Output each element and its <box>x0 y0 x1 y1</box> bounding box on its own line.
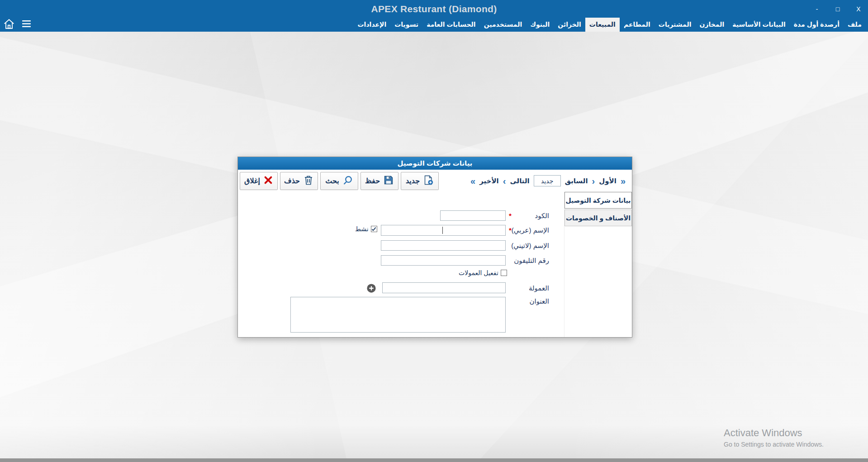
enable-commissions-group: تفعيل العمولات <box>459 269 507 276</box>
close-window-button[interactable]: X <box>854 5 863 13</box>
name-arabic-label: الإسم (عربي) <box>512 225 549 236</box>
commission-label: العمولة <box>529 283 549 294</box>
go-first-icon[interactable]: » <box>621 176 626 186</box>
menu-item-sales[interactable]: المبيعات <box>585 18 620 32</box>
code-input[interactable] <box>440 210 506 221</box>
delete-button-label: حذف <box>284 176 300 185</box>
menu-item-settings[interactable]: الإعدادات <box>354 18 391 32</box>
new-button[interactable]: جديد <box>401 172 439 190</box>
add-commission-icon[interactable] <box>366 283 376 293</box>
record-navigator: « الأخير ‹ التالى السابق › الأول » <box>470 175 630 186</box>
close-button[interactable]: إغلاق <box>240 172 278 190</box>
hamburger-menu-icon[interactable] <box>21 18 32 31</box>
go-next-icon[interactable]: ‹ <box>503 176 506 186</box>
go-last-icon[interactable]: « <box>470 176 475 186</box>
menu-items: ملف أرصدة أول مدة البيانات الأساسية المخ… <box>354 18 868 32</box>
active-checkbox[interactable] <box>371 226 377 232</box>
maximize-button[interactable]: □ <box>833 5 843 13</box>
code-label: الكود <box>535 210 549 221</box>
tab-delivery-company-data[interactable]: بيانات شركة التوصيل <box>564 192 632 209</box>
go-next-label[interactable]: التالى <box>510 177 529 185</box>
address-label: العنوان <box>530 297 549 306</box>
go-previous-label[interactable]: السابق <box>565 177 588 185</box>
active-label: نشط <box>355 225 369 233</box>
name-arabic-required-mark: * <box>509 225 512 236</box>
menu-item-restaurants[interactable]: المطاعم <box>620 18 655 32</box>
phone-label: رقم التليفون <box>514 255 549 266</box>
text-cursor <box>442 227 443 234</box>
minimize-button[interactable]: - <box>812 5 822 13</box>
menu-item-basic-data[interactable]: البيانات الأساسية <box>728 18 789 32</box>
close-button-label: إغلاق <box>244 176 260 185</box>
new-button-label: جديد <box>406 176 420 185</box>
go-first-label[interactable]: الأول <box>599 177 617 185</box>
activate-windows-watermark: Activate Windows Go to Settings to activ… <box>724 427 824 448</box>
name-arabic-input[interactable] <box>381 225 506 236</box>
enable-commissions-checkbox[interactable] <box>501 270 507 276</box>
menu-item-banks[interactable]: البنوك <box>526 18 554 32</box>
active-check-group: نشط <box>355 225 377 233</box>
menu-item-safes[interactable]: الخزائن <box>554 18 585 32</box>
menubar-icons <box>0 18 32 32</box>
window-titlebar: APEX Resturant (Diamond) - □ X <box>0 0 868 18</box>
save-button-label: حفظ <box>365 176 380 185</box>
enable-commissions-label: تفعيل العمولات <box>459 269 498 276</box>
go-previous-icon[interactable]: › <box>592 176 595 186</box>
delivery-companies-dialog: بيانات شركات التوصيل إغلاق حذف بحث <box>237 157 632 338</box>
name-latin-input[interactable] <box>381 240 506 251</box>
phone-input[interactable] <box>381 255 506 266</box>
menu-item-opening-balances[interactable]: أرصدة أول مدة <box>790 18 844 32</box>
taskbar-edge <box>0 458 868 462</box>
new-document-icon <box>423 175 434 187</box>
close-icon <box>263 175 273 187</box>
search-button[interactable]: بحث <box>320 172 358 190</box>
code-required-mark: * <box>509 210 512 221</box>
dialog-tab-strip: بيانات شركة التوصيل الأصناف و الخصومات <box>564 192 632 337</box>
trash-icon <box>303 175 314 187</box>
address-textarea[interactable] <box>290 297 506 333</box>
menu-item-file[interactable]: ملف <box>844 18 866 32</box>
menu-item-users[interactable]: المستخدمين <box>480 18 526 32</box>
delete-button[interactable]: حذف <box>280 172 318 190</box>
tab-items-and-discounts[interactable]: الأصناف و الخصومات <box>564 210 632 226</box>
save-icon <box>383 175 394 187</box>
menu-item-adjustments[interactable]: تسويات <box>390 18 422 32</box>
commission-input[interactable] <box>382 282 506 293</box>
menu-item-general-accounts[interactable]: الحسابات العامة <box>422 18 480 32</box>
dialog-title: بيانات شركات التوصيل <box>238 157 632 170</box>
watermark-line2: Go to Settings to activate Windows. <box>724 441 824 448</box>
menu-item-purchases[interactable]: المشتريات <box>655 18 696 32</box>
app-title: APEX Resturant (Diamond) <box>0 0 868 18</box>
search-icon <box>342 175 353 187</box>
home-icon[interactable] <box>3 18 15 32</box>
name-latin-label: الإسم (لاتيني) <box>511 240 549 251</box>
watermark-line1: Activate Windows <box>724 427 824 439</box>
search-button-label: بحث <box>325 176 339 185</box>
go-last-label[interactable]: الأخير <box>479 177 499 185</box>
check-icon <box>371 227 376 232</box>
menu-item-warehouses[interactable]: المخازن <box>696 18 729 32</box>
main-menubar: ملف أرصدة أول مدة البيانات الأساسية المخ… <box>0 18 868 32</box>
save-button[interactable]: حفظ <box>360 172 398 190</box>
dialog-toolbar: إغلاق حذف بحث حفظ <box>238 170 632 192</box>
window-controls: - □ X <box>812 0 863 18</box>
record-position-input[interactable] <box>534 175 561 186</box>
